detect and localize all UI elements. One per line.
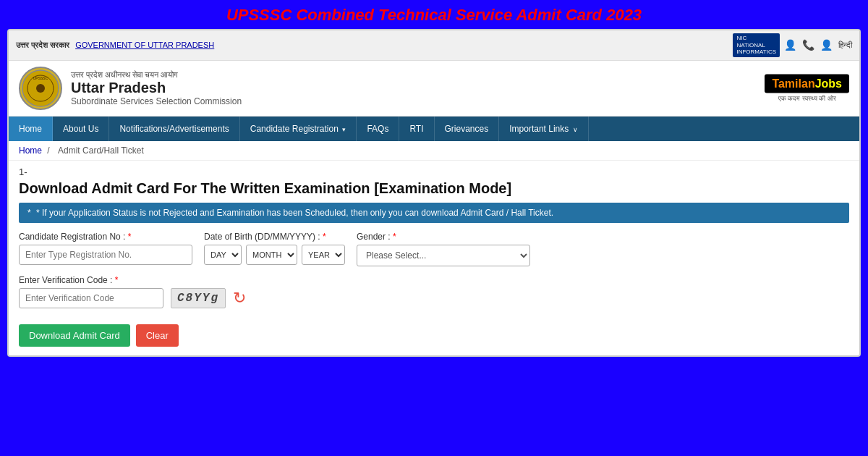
form-heading: Download Admit Card For The Written Exam… [19, 180, 849, 197]
step-label: 1- [19, 166, 849, 177]
top-icons: 👤 📞 👤 हिन्दी [784, 39, 852, 51]
svg-text:UPSSSC: UPSSSC [33, 76, 48, 80]
verify-input[interactable] [19, 288, 163, 308]
org-logo: UPSSSC [19, 67, 62, 110]
dob-group: Date of Birth (DD/MM/YYYY) : * DAY MONTH… [204, 232, 345, 265]
dob-selects: DAY MONTH YEAR [204, 245, 345, 265]
breadcrumb-current: Admit Card/Hall Ticket [58, 145, 144, 156]
dob-year-select[interactable]: YEAR [302, 245, 345, 265]
top-bar: उत्तर प्रदेश सरकार GOVERNMENT OF UTTAR P… [9, 30, 859, 61]
content-area: 1- Download Admit Card For The Written E… [9, 161, 859, 355]
gender-required: * [393, 232, 396, 242]
hindi-label: उत्तर प्रदेश सरकार [16, 41, 69, 50]
dob-required: * [323, 232, 326, 242]
reg-required: * [128, 232, 132, 242]
header-emblem: एक कदम स्वस्थ्य की ओर [778, 94, 836, 102]
info-text: * If your Application Status is not Reje… [36, 208, 553, 218]
header: UPSSSC उत्तर प्रदेश अधीनस्थ सेवा चयन आयो… [9, 61, 859, 117]
verify-group: Enter Verification Code : * C8YYg ↻ [19, 275, 849, 317]
tamilan-logo: TamilanJobs [765, 74, 849, 93]
dob-month-select[interactable]: MONTH [246, 245, 297, 265]
person-icon[interactable]: 👤 [784, 39, 796, 51]
reg-label: Candidate Registration No : * [19, 232, 192, 242]
breadcrumb: Home / Admit Card/Hall Ticket [9, 141, 859, 161]
phone-icon: 📞 [802, 39, 814, 51]
nav-candidate-reg[interactable]: Candidate Registration ▾ [240, 117, 357, 141]
breadcrumb-home[interactable]: Home [19, 145, 42, 156]
form-row-1: Candidate Registration No : * Date of Bi… [19, 232, 849, 266]
nav-important-links[interactable]: Important Links ∨ [499, 117, 589, 141]
page-title: UPSSSC Combined Technical Service Admit … [7, 6, 861, 25]
nav-faqs[interactable]: FAQs [357, 117, 399, 141]
gender-select[interactable]: Please Select... Male Female Other [357, 245, 530, 266]
gov-link[interactable]: GOVERNMENT OF UTTAR PRADESH [75, 41, 214, 49]
refresh-captcha-icon[interactable]: ↻ [233, 289, 246, 308]
info-bar: * * If your Application Status is not Re… [19, 203, 849, 223]
verify-required: * [115, 275, 119, 285]
download-admit-card-button[interactable]: Download Admit Card [19, 324, 130, 347]
button-row: Download Admit Card Clear [19, 324, 849, 347]
nav-notifications[interactable]: Notifications/Advertisements [109, 117, 239, 141]
gender-label: Gender : * [357, 232, 530, 242]
org-subtitle: Subordinate Services Selection Commissio… [71, 96, 242, 106]
captcha-image: C8YYg [171, 288, 226, 308]
gender-group: Gender : * Please Select... Male Female … [357, 232, 530, 266]
dob-day-select[interactable]: DAY [204, 245, 242, 265]
verify-label: Enter Verification Code : * [19, 275, 849, 285]
dob-label: Date of Birth (DD/MM/YYYY) : * [204, 232, 345, 242]
user-icon[interactable]: 👤 [820, 39, 833, 51]
nic-logo: NIC NATIONAL INFORMATICS [733, 33, 780, 57]
org-name: Uttar Pradesh [71, 80, 242, 96]
reg-no-group: Candidate Registration No : * [19, 232, 192, 265]
nav-rti[interactable]: RTI [399, 117, 434, 141]
dropdown-arrow: ▾ [341, 126, 346, 133]
reg-no-input[interactable] [19, 245, 192, 265]
hindi-org-name: उत्तर प्रदेश अधीनस्थ सेवा चयन आयोग [71, 70, 242, 80]
hindi-toggle[interactable]: हिन्दी [838, 41, 852, 50]
verify-row: C8YYg ↻ [19, 288, 849, 308]
nav-grievances[interactable]: Grievances [435, 117, 500, 141]
nav-home[interactable]: Home [9, 117, 53, 141]
clear-button[interactable]: Clear [136, 324, 179, 347]
nav-about[interactable]: About Us [53, 117, 109, 141]
important-links-arrow: ∨ [571, 126, 578, 133]
star-icon: * [27, 208, 31, 218]
breadcrumb-sep: / [47, 145, 52, 156]
navbar: Home About Us Notifications/Advertisemen… [9, 117, 859, 141]
svg-point-2 [36, 84, 45, 93]
